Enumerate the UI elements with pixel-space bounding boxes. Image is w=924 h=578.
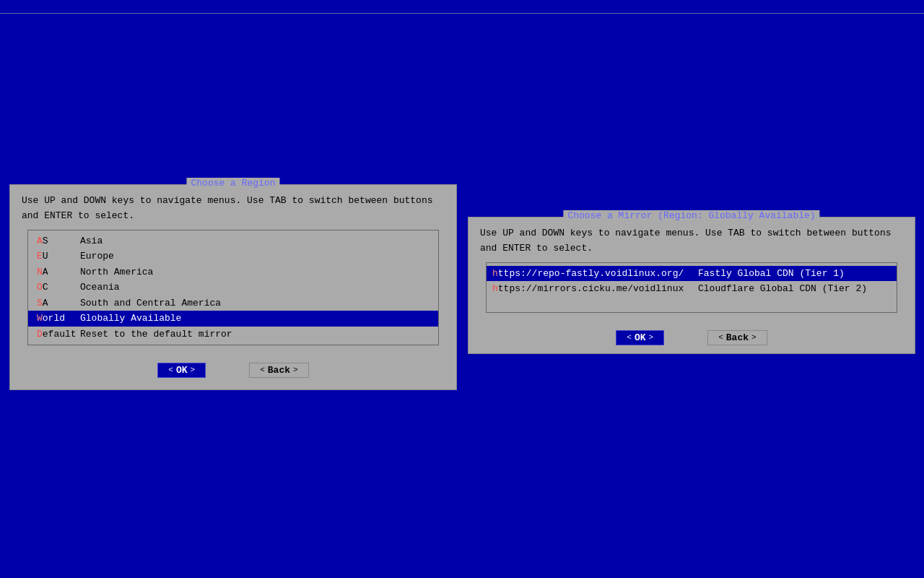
list-item-exit[interactable]: Exit Exit this wizard	[28, 342, 438, 345]
mirror-item-cloudflare[interactable]: https://mirrors.cicku.me/voidlinux Cloud…	[487, 281, 897, 297]
mirror-dialog-title: Choose a Mirror (Region: Globally Availa…	[563, 210, 819, 221]
list-item[interactable]: AS Asia	[28, 233, 438, 249]
mirror-listbox[interactable]: https://repo-fastly.voidlinux.org/ Fastl…	[486, 262, 897, 313]
top-border-line	[0, 13, 924, 14]
list-item[interactable]: OC Oceania	[28, 280, 438, 296]
region-listbox[interactable]: AS Asia EU Europe NA North America OC Oc…	[27, 230, 439, 345]
list-item[interactable]: EU Europe	[28, 249, 438, 264]
list-item[interactable]: SA South and Central America	[28, 296, 438, 311]
region-dialog: Choose a Region Use UP and DOWN keys to …	[9, 184, 457, 390]
list-item[interactable]: NA North America	[28, 264, 438, 280]
list-item-world[interactable]: World Globally Available	[28, 311, 438, 327]
mirror-item-fastly[interactable]: https://repo-fastly.voidlinux.org/ Fastl…	[487, 266, 897, 282]
region-dialog-title: Choose a Region	[186, 178, 279, 189]
region-dialog-description: Use UP and DOWN keys to navigate menus. …	[22, 194, 445, 224]
mirror-button-row: < OK > < Back >	[468, 324, 915, 350]
region-back-button[interactable]: < Back >	[249, 363, 308, 378]
mirror-back-button[interactable]: < Back >	[707, 330, 767, 345]
mirror-dialog: Choose a Mirror (Region: Globally Availa…	[468, 217, 915, 354]
region-ok-button[interactable]: < OK >	[157, 363, 206, 378]
list-item-default[interactable]: Default Reset to the default mirror	[28, 327, 438, 342]
mirror-ok-button[interactable]: < OK >	[616, 330, 664, 345]
mirror-dialog-description: Use UP and DOWN keys to navigate menus. …	[480, 226, 903, 256]
region-button-row: < OK > < Back >	[10, 357, 456, 382]
